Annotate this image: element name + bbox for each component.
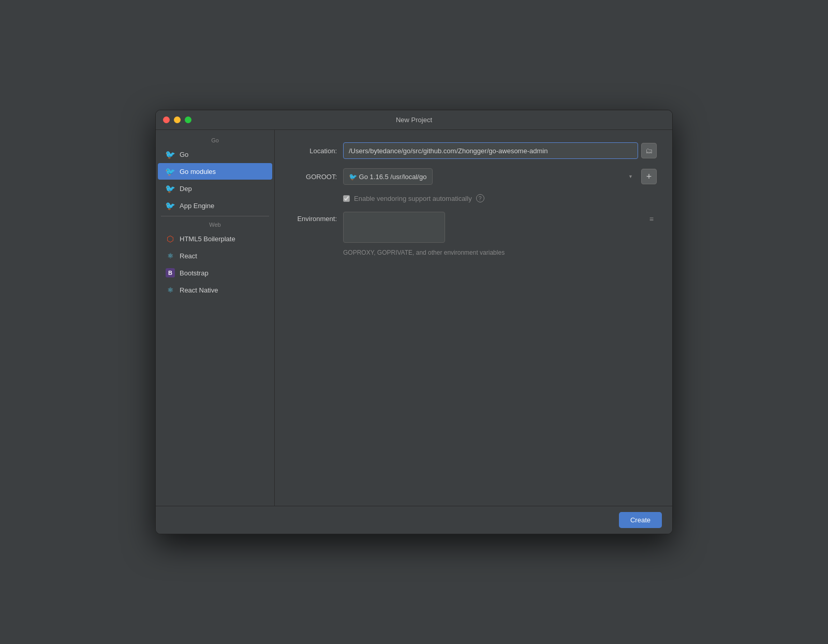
traffic-lights xyxy=(163,116,191,123)
sidebar-item-html5[interactable]: ⬡ HTML5 Boilerplate xyxy=(158,230,272,247)
sidebar-item-bootstrap[interactable]: B Bootstrap xyxy=(158,265,272,281)
sidebar-item-go-modules-label: Go modules xyxy=(180,168,216,175)
sidebar-item-html5-label: HTML5 Boilerplate xyxy=(180,235,235,243)
environment-label: Environment: xyxy=(290,212,337,223)
vendoring-checkbox[interactable] xyxy=(343,195,350,202)
window-title: New Project xyxy=(396,116,432,124)
env-lines-icon[interactable]: ≡ xyxy=(649,215,654,223)
app-engine-icon: 🐦 xyxy=(165,200,175,211)
vendoring-help-icon[interactable]: ? xyxy=(476,194,484,202)
bootstrap-icon: B xyxy=(165,268,175,278)
location-input-wrap: 🗂 xyxy=(343,142,657,159)
goroot-row: GOROOT: 🐦 Go 1.16.5 /usr/local/go + xyxy=(290,168,657,185)
minimize-button[interactable] xyxy=(174,116,181,123)
location-row: Location: 🗂 xyxy=(290,142,657,159)
sidebar-item-app-engine[interactable]: 🐦 App Engine xyxy=(158,197,272,214)
content-area: Go 🐦 Go 🐦 Go modules 🐦 Dep 🐦 App Engine xyxy=(156,130,672,506)
location-input[interactable] xyxy=(343,142,638,159)
sidebar-item-go[interactable]: 🐦 Go xyxy=(158,146,272,163)
maximize-button[interactable] xyxy=(185,116,191,123)
create-button[interactable]: Create xyxy=(619,512,662,528)
sidebar-item-go-label: Go xyxy=(180,151,188,158)
add-icon: + xyxy=(646,171,652,182)
bottom-bar: Create xyxy=(156,506,672,534)
sidebar-item-react-label: React xyxy=(180,252,197,260)
vendoring-row: Enable vendoring support automatically ? xyxy=(343,194,657,202)
sidebar-item-dep[interactable]: 🐦 Dep xyxy=(158,180,272,197)
close-button[interactable] xyxy=(163,116,170,123)
goroot-label: GOROOT: xyxy=(290,173,337,181)
sidebar-section-go: Go xyxy=(156,134,274,145)
sidebar-item-react-native[interactable]: ⚛ React Native xyxy=(158,282,272,298)
dep-icon: 🐦 xyxy=(165,183,175,194)
sidebar-section-web: Web xyxy=(156,218,274,230)
sidebar-item-bootstrap-label: Bootstrap xyxy=(180,269,209,277)
goroot-select-wrap: 🐦 Go 1.16.5 /usr/local/go + xyxy=(343,168,657,185)
environment-hint: GOPROXY, GOPRIVATE, and other environmen… xyxy=(343,249,657,256)
sidebar-item-app-engine-label: App Engine xyxy=(180,202,214,210)
folder-icon: 🗂 xyxy=(645,147,653,155)
vendoring-label: Enable vendoring support automatically xyxy=(354,195,472,202)
environment-row: Environment: ≡ xyxy=(290,212,657,245)
goroot-select[interactable]: 🐦 Go 1.16.5 /usr/local/go xyxy=(343,168,433,185)
react-icon: ⚛ xyxy=(165,251,175,261)
sidebar-item-react[interactable]: ⚛ React xyxy=(158,247,272,264)
main-panel: Location: 🗂 GOROOT: 🐦 Go 1.16.5 /usr/loc… xyxy=(275,130,672,506)
sidebar: Go 🐦 Go 🐦 Go modules 🐦 Dep 🐦 App Engine xyxy=(156,130,275,506)
goroot-select-container: 🐦 Go 1.16.5 /usr/local/go xyxy=(343,168,638,185)
sidebar-item-react-native-label: React Native xyxy=(180,286,218,294)
react-native-icon: ⚛ xyxy=(165,285,175,295)
location-label: Location: xyxy=(290,147,337,155)
environment-textarea[interactable] xyxy=(343,212,445,243)
titlebar: New Project xyxy=(156,110,672,130)
sidebar-item-go-modules[interactable]: 🐦 Go modules xyxy=(158,163,272,180)
html5-icon: ⬡ xyxy=(165,233,175,244)
go-modules-icon: 🐦 xyxy=(165,166,175,177)
new-project-window: New Project Go 🐦 Go 🐦 Go modules 🐦 Dep xyxy=(155,110,673,534)
sidebar-item-dep-label: Dep xyxy=(180,185,192,193)
go-icon: 🐦 xyxy=(165,149,175,159)
help-question-mark: ? xyxy=(479,195,482,201)
folder-browse-button[interactable]: 🗂 xyxy=(641,143,657,158)
sidebar-divider xyxy=(161,216,269,216)
add-goroot-button[interactable]: + xyxy=(641,169,657,184)
environment-input-wrap: ≡ xyxy=(343,212,657,245)
